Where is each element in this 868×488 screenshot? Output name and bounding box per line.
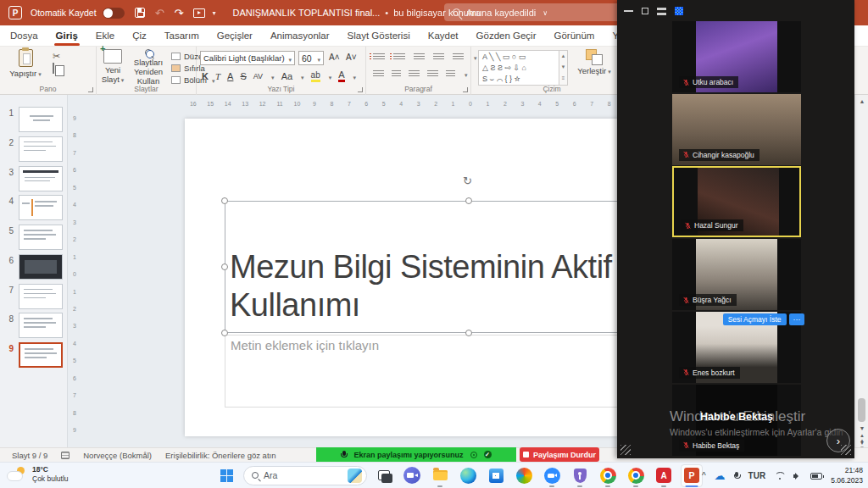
panel-resize-grip-left[interactable] [620,445,631,455]
underline-button[interactable]: A [227,71,233,81]
resize-handle-top-middle[interactable] [465,197,472,204]
accessibility-status[interactable]: Erişilebilirlik: Önerilere göz atın [165,451,275,460]
participant-tile-hazal-sungur[interactable]: Hazal Sungur [672,166,801,237]
tab-ekle[interactable]: Ekle [96,30,114,41]
notes-icon[interactable] [61,452,70,459]
speaker-icon[interactable] [793,472,802,480]
grow-font-button[interactable]: A˄ [329,53,340,62]
resize-handle-top-left[interactable] [221,197,228,204]
resize-handle-bottom-middle[interactable] [465,330,472,336]
cut-icon[interactable]: ✂ [53,52,60,61]
tab-giris[interactable]: Giriş [56,30,78,41]
participant-tile-b-ra-ya-c-[interactable]: Büşra Yağcı [672,239,801,310]
weather-widget[interactable]: 18°C Çok bulutlu [7,465,69,483]
strikethrough-button[interactable]: S [240,71,246,81]
wifi-icon[interactable] [774,472,785,480]
paste-button[interactable]: Yapıştır [7,49,44,79]
scroll-up-icon[interactable]: ▲ [855,98,868,105]
powerpoint-button[interactable]: P [681,464,703,486]
slide-scrollbar[interactable]: ▲ ▼ ▲▲ ▼▼ [854,95,868,447]
shapes-gallery-scroll[interactable]: ▲ ▼ ≡ [559,50,568,86]
reuse-slides-button[interactable]: Slaytları Yeniden Kullan [127,49,170,86]
thumbnail-preview[interactable] [19,342,63,368]
tab-gorunum[interactable]: Görünüm [554,30,595,41]
columns-button[interactable] [446,70,455,78]
thumbnail-preview[interactable] [19,166,63,191]
tab-tasarim[interactable]: Tasarım [164,30,199,41]
shapes-gallery[interactable]: A ╲ ╲ ▭ ○ ▭ △ Ƨ Ƨ ⇨ ⇩ ⌂ S ⌣ ⌒ { } ☆ [478,50,559,86]
speaker-view-icon[interactable] [657,8,666,15]
minimize-panel-icon[interactable] [624,10,633,12]
file-explorer-button[interactable] [429,464,451,486]
taskbar-search[interactable]: Ara [243,466,367,485]
italic-button[interactable]: T [215,71,220,81]
tray-microphone-icon[interactable] [734,472,740,480]
titlebar-search[interactable]: Ara [444,3,624,21]
tab-animasyonlar[interactable]: Animasyonlar [270,30,330,41]
align-center-button[interactable] [392,70,401,78]
justify-button[interactable] [427,70,438,78]
restore-panel-icon[interactable] [642,8,648,14]
chat-button[interactable] [401,464,423,486]
clock[interactable]: 21:48 5.06.2023 [831,466,863,485]
acrobat-button[interactable]: A [653,464,675,486]
thumbnail-preview[interactable] [19,225,63,250]
tab-slayt-gosterisi[interactable]: Slayt Gösterisi [348,30,410,41]
undo-icon[interactable]: ↶ [155,8,164,19]
microsoft-store-button[interactable] [485,464,507,486]
thumbnail-preview[interactable] [19,313,63,338]
tab-dosya[interactable]: Dosya [10,30,38,41]
save-icon[interactable] [135,8,145,18]
copilot-button[interactable] [513,464,535,486]
numbering-button[interactable] [393,53,405,61]
thumbnail-preview[interactable] [19,284,63,309]
copy-icon[interactable] [53,63,54,74]
stop-sharing-button[interactable]: Paylaşımı Durdur [520,447,599,462]
decrease-indent-button[interactable] [414,53,425,61]
thumbnail-preview[interactable] [19,107,63,132]
arrange-button[interactable]: Yerleştir [575,49,614,76]
chrome-button[interactable] [597,464,619,486]
tray-chevron-icon[interactable]: ^ [702,471,706,480]
participant-tile-habibe-bekta-[interactable]: Habibe BektaşHabibe Bektaş [672,385,801,456]
scroll-down-icon[interactable]: ▼ [855,425,868,432]
tab-kaydet[interactable]: Kaydet [428,30,459,41]
task-view-button[interactable] [373,464,395,486]
battery-icon[interactable] [810,473,822,480]
font-name-combobox[interactable]: Calibri Light (Başlıklar) [200,51,295,65]
align-left-button[interactable] [373,70,384,78]
language-status[interactable]: Norveççe (Bokmål) [83,451,152,460]
resize-handle-bottom-left[interactable] [221,330,228,336]
participant-tile-enes-bozkurt[interactable]: Sesi Açmayı İste⋯Enes bozkurt [672,312,801,383]
highlight-color-button[interactable]: ab [311,70,320,82]
onedrive-icon[interactable]: ☁ [715,469,726,482]
tab-gecisler[interactable]: Geçişler [217,30,253,41]
font-dialog-launcher[interactable] [358,87,363,92]
rotate-handle-icon[interactable]: ↻ [463,175,472,187]
bullets-button[interactable] [373,53,385,61]
align-right-button[interactable] [409,70,420,78]
start-presentation-icon[interactable] [193,8,205,18]
share-record-icon[interactable] [470,452,477,458]
participant-more-button[interactable]: ⋯ [789,313,805,325]
new-slide-button[interactable]: Yeni Slayt [98,49,127,85]
input-language[interactable]: TUR [748,471,766,480]
redo-icon[interactable]: ↷ [175,8,184,19]
line-spacing-button[interactable] [453,53,464,61]
shrink-font-button[interactable]: A˅ [346,53,357,62]
chrome-button-2[interactable] [625,464,647,486]
tab-ciz[interactable]: Çiz [132,30,147,41]
security-app-button[interactable] [569,464,591,486]
qat-chevron-icon[interactable]: ▾ [212,9,215,17]
participant-tile-utku-arabac-[interactable]: Utku arabacı [672,21,801,92]
ask-to-unmute-button[interactable]: Sesi Açmayı İste [723,313,787,325]
gallery-down-icon[interactable]: ▼ [559,62,567,73]
thumbnail-preview[interactable] [19,195,63,220]
gallery-up-icon[interactable]: ▲ [559,51,567,62]
autosave-toggle[interactable] [103,8,125,19]
edge-button[interactable] [457,464,479,486]
thumbnail-preview[interactable] [19,254,63,280]
document-title[interactable]: DANIŞMANLIK TOPLANTISI final... [232,8,380,18]
change-case-button[interactable]: Aa [281,71,292,81]
thumbnail-preview[interactable] [19,136,63,162]
